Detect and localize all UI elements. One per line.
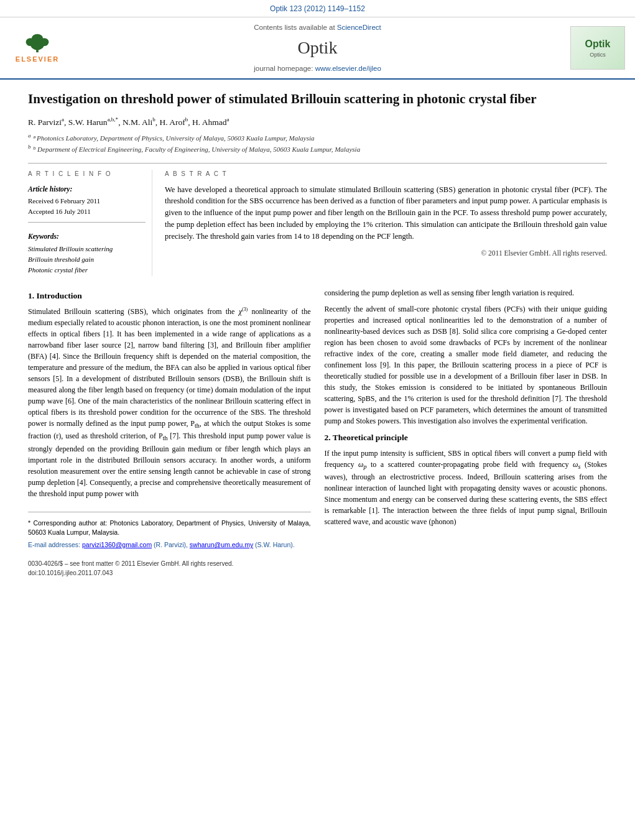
- author-sup-b2: b: [185, 116, 188, 122]
- abstract-text: We have developed a theoretical approach…: [165, 184, 607, 242]
- footnote-email: E-mail addresses: parvizi1360@gmail.com …: [28, 540, 311, 550]
- optik-logo: Optik Optics: [570, 26, 625, 70]
- header-center: Contents lists available at ScienceDirec…: [75, 22, 560, 73]
- keywords-label: Keywords:: [28, 231, 146, 242]
- journal-title: Optik: [298, 35, 338, 61]
- authors: R. Parvizia, S.W. Haruna,b,*, N.M. Alib,…: [28, 116, 607, 128]
- section2-number: 2.: [325, 433, 331, 442]
- accepted-date: Accepted 16 July 2011: [28, 207, 146, 217]
- homepage-url[interactable]: www.elsevier.de/ijleo: [315, 65, 381, 72]
- author-sup-a: a: [62, 116, 64, 122]
- author-sup-a2: a: [227, 116, 229, 122]
- article-title: Investigation on threshold power of stim…: [28, 91, 607, 108]
- body-col-left: 1. Introduction Stimulated Brillouin sca…: [28, 287, 311, 578]
- body-para-1: Stimulated Brillouin scattering (SBS), w…: [28, 306, 311, 499]
- article-history-label: Article history:: [28, 184, 146, 195]
- elsevier-text: ELSEVIER: [16, 55, 59, 65]
- author-sup-ab: a,b,*: [108, 116, 119, 122]
- omega-p: ωp: [358, 460, 366, 469]
- body-columns: 1. Introduction Stimulated Brillouin sca…: [28, 287, 607, 578]
- section1-title: Introduction: [37, 291, 82, 300]
- article-info-col: A R T I C L E I N F O Article history: R…: [28, 170, 152, 276]
- footer-line1: 0030-4026/$ – see front matter © 2011 El…: [28, 559, 311, 568]
- section1-heading: 1. Introduction: [28, 290, 311, 302]
- article-info-abstract: A R T I C L E I N F O Article history: R…: [28, 163, 607, 276]
- keyword-2: Brillouin threshold gain: [28, 255, 146, 265]
- footnote-star: * Corresponding author at: Photonics Lab…: [28, 519, 311, 538]
- affil-sup-b: b: [28, 144, 31, 150]
- contents-text: Contents lists available at: [254, 24, 335, 31]
- author-sup-b1: b: [152, 116, 155, 122]
- footer-line2: doi:10.1016/j.ijleo.2011.07.043: [28, 568, 311, 578]
- article-info-label: A R T I C L E I N F O: [28, 170, 146, 179]
- section2-heading: 2. Theoretical principle: [325, 432, 608, 444]
- elsevier-tree-icon: [19, 32, 56, 53]
- sciencedirect-link: Contents lists available at ScienceDirec…: [254, 22, 381, 33]
- email-label: E-mail addresses:: [28, 541, 80, 548]
- sciencedirect-anchor[interactable]: ScienceDirect: [337, 24, 381, 31]
- email1-name: (R. Parvizi),: [154, 541, 188, 548]
- optik-logo-title: Optik: [585, 37, 611, 51]
- affiliation-a: a ᵃ Photonics Laboratory, Department of …: [28, 132, 607, 143]
- elsevier-logo-area: ELSEVIER: [6, 22, 68, 73]
- citation: Optik 123 (2012) 1149–1152: [270, 4, 365, 13]
- svg-point-4: [32, 34, 43, 44]
- elsevier-logo: ELSEVIER: [9, 31, 65, 65]
- copyright: © 2011 Elsevier GmbH. All rights reserve…: [165, 248, 607, 259]
- omega-s: ωs: [573, 460, 580, 469]
- main-content: Investigation on threshold power of stim…: [0, 80, 635, 588]
- top-bar: Optik 123 (2012) 1149–1152: [0, 0, 635, 17]
- affiliations: a ᵃ Photonics Laboratory, Department of …: [28, 132, 607, 154]
- abstract-label: A B S T R A C T: [165, 170, 607, 179]
- optik-logo-subtitle: Optics: [590, 51, 606, 59]
- chi-sup: (3): [242, 307, 248, 312]
- affiliation-b: b ᵇ Department of Electrical Engineering…: [28, 143, 607, 154]
- abstract-col: A B S T R A C T We have developed a theo…: [165, 170, 607, 276]
- journal-header: ELSEVIER Contents lists available at Sci…: [0, 17, 635, 80]
- section1-number: 1.: [28, 291, 34, 300]
- optik-logo-area: Optik Optics: [567, 22, 629, 73]
- page: Optik 123 (2012) 1149–1152 ELSEVIER Cont…: [0, 0, 635, 840]
- email2-link[interactable]: swharun@um.edu.my: [190, 541, 253, 548]
- footer-bottom: 0030-4026/$ – see front matter © 2011 El…: [28, 559, 311, 578]
- journal-homepage: journal homepage: www.elsevier.de/ijleo: [254, 63, 381, 74]
- section2-title: Theoretical principle: [333, 433, 408, 442]
- body-para-4: If the input pump intensity is sufficien…: [325, 448, 608, 527]
- body-col-right: considering the pump depletion as well a…: [325, 287, 608, 578]
- info-divider: [28, 222, 146, 223]
- homepage-text: journal homepage:: [254, 65, 313, 72]
- keyword-1: Stimulated Brillouin scattering: [28, 244, 146, 254]
- footer-area: * Corresponding author at: Photonics Lab…: [28, 512, 311, 578]
- email1-link[interactable]: parvizi1360@gmail.com: [82, 541, 152, 548]
- body-para-2: considering the pump depletion as well a…: [325, 287, 608, 298]
- keyword-3: Photonic crystal fiber: [28, 265, 146, 275]
- affil-sup-a: a: [28, 132, 31, 139]
- body-para-3: Recently the advent of small-core photon…: [325, 303, 608, 427]
- pth-sub: th: [195, 422, 200, 429]
- pth-sub2: th: [163, 435, 168, 442]
- received-date: Received 6 February 2011: [28, 196, 146, 206]
- email2-name: (S.W. Harun).: [255, 541, 295, 548]
